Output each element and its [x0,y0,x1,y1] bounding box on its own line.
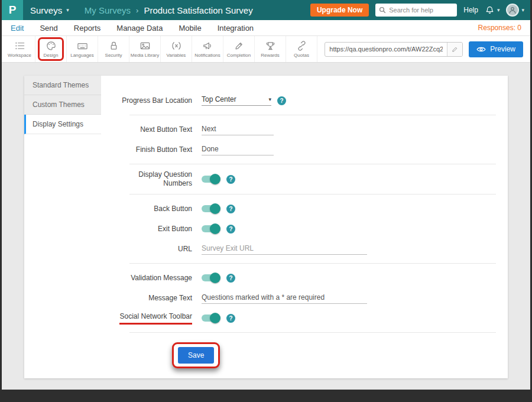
header-actions: Upgrade Now Help ▾ [310,4,530,17]
message-text-input[interactable] [202,292,367,304]
help-icon[interactable]: ? [226,225,235,234]
field-label: Next Button Text [113,125,192,134]
main-area: Standard Themes Custom Themes Display Se… [2,63,530,390]
survey-title: Product Satisfaction Survey [144,5,252,15]
toolbar-item-design[interactable]: Design [35,36,67,62]
toolbar-item-media-library[interactable]: Media Library [129,36,161,62]
toolbar-item-label: Completion [227,53,251,58]
section-divider [129,194,496,194]
app-window: P Surveys ▾ My Surveys › Product Satisfa… [2,0,530,390]
themes-sidebar: Standard Themes Custom Themes Display Se… [24,76,101,378]
notifications-menu[interactable]: ▾ [485,5,500,15]
save-button[interactable]: Save [178,347,214,364]
product-label: Surveys [30,5,62,15]
field-label: Finish Button Text [113,145,192,154]
responses-count[interactable]: Responses: 0 [478,24,521,32]
exit-button-toggle[interactable] [202,224,220,234]
help-icon[interactable]: ? [226,314,235,323]
sidebar-item-standard-themes[interactable]: Standard Themes [24,76,101,95]
progress-bar-location-select[interactable]: Top Center ▾ [202,95,271,106]
chevron-down-icon: ▾ [268,96,271,102]
pencil-icon [451,46,459,53]
surveys-product-menu[interactable]: Surveys ▾ [30,5,69,15]
toolbar-item-label: Rewards [261,53,280,58]
toolbar-item-variables[interactable]: Variables [161,36,192,62]
breadcrumb-separator-icon: › [136,6,138,15]
validation-message-row: Validation Message ? [113,270,496,286]
sidebar-item-custom-themes[interactable]: Custom Themes [24,95,101,115]
toolbar-item-label: Security [105,53,122,58]
exit-button-row: Exit Button ? [113,221,496,237]
top-header: P Surveys ▾ My Surveys › Product Satisfa… [2,0,530,20]
toolbar-item-rewards[interactable]: Rewards [255,36,286,62]
avatar [506,4,519,17]
next-button-text-input[interactable] [202,124,274,135]
help-icon[interactable]: ? [226,274,235,283]
help-icon[interactable]: ? [277,96,286,105]
toolbar-item-label: Media Library [131,53,159,58]
questionpro-logo[interactable]: P [2,0,23,20]
tab-mobile[interactable]: Mobile [179,24,201,33]
toolbar-item-notifications[interactable]: Notifications [192,36,223,62]
tab-edit[interactable]: Edit [11,24,24,33]
tab-manage-data[interactable]: Manage Data [116,24,163,33]
account-menu[interactable]: ▾ [506,4,524,17]
social-network-toolbar-toggle[interactable] [202,313,220,323]
toolbar-right: Preview [325,36,530,62]
exit-url-input[interactable] [202,243,367,255]
back-button-toggle[interactable] [202,204,220,213]
lock-icon [108,40,119,51]
toolbar-item-quotas[interactable]: Quotas [286,36,317,62]
survey-url-box [325,42,463,57]
section-divider [129,164,496,164]
toolbar-item-completion[interactable]: Completion [223,36,255,62]
preview-button[interactable]: Preview [469,41,523,57]
tab-reports[interactable]: Reports [74,24,101,33]
keyboard-icon [77,40,88,51]
display-question-numbers-toggle[interactable] [202,174,220,184]
pencil-icon [233,40,245,51]
toolbar-item-workspace[interactable]: Workspace [4,36,35,62]
field-label: URL [113,245,192,254]
help-icon[interactable]: ? [226,205,235,213]
eye-icon [476,46,486,53]
annotation-box-save: Save [172,342,220,368]
toolbar-item-languages[interactable]: Languages [67,36,98,62]
breadcrumb-my-surveys[interactable]: My Surveys [85,5,131,15]
help-icon[interactable]: ? [226,175,235,184]
edit-url-button[interactable] [447,43,462,56]
search-input[interactable] [389,7,453,14]
finish-button-text-input[interactable] [202,144,274,155]
help-link[interactable]: Help [463,6,478,14]
display-settings-form: Progress Bar Location Top Center ▾ ? Nex… [101,76,508,378]
field-label: Back Button [113,205,192,213]
next-button-text-row: Next Button Text [113,121,496,138]
logo-letter: P [9,4,17,17]
section-divider [129,263,496,264]
toolbar-item-label: Notifications [194,53,220,58]
annotation-underline-social: Social Network Toolbar [119,312,192,325]
bell-icon [485,5,495,15]
design-icon [46,40,57,51]
survey-menubar: Edit Send Reports Manage Data Mobile Int… [2,20,530,36]
sidebar-item-display-settings[interactable]: Display Settings [24,115,101,134]
message-text-row: Message Text [113,290,496,306]
preview-label: Preview [490,45,515,53]
field-label: Display Question Numbers [113,170,192,188]
link-icon [296,40,307,51]
megaphone-icon [202,40,213,51]
image-icon [140,40,151,51]
social-network-toolbar-row: Social Network Toolbar ? [113,310,496,326]
toolbar-item-label: Quotas [294,53,309,58]
upgrade-now-button[interactable]: Upgrade Now [310,4,369,17]
tab-send[interactable]: Send [40,24,57,33]
field-label: Validation Message [113,274,192,283]
validation-message-toggle[interactable] [202,273,220,283]
tab-integration[interactable]: Integration [218,24,254,33]
toolbar-item-security[interactable]: Security [98,36,129,62]
variables-icon [171,40,182,51]
survey-url-input[interactable] [325,46,447,53]
exit-url-row: URL [113,241,496,257]
workspace-icon [14,40,25,51]
help-search-box[interactable] [375,4,457,17]
